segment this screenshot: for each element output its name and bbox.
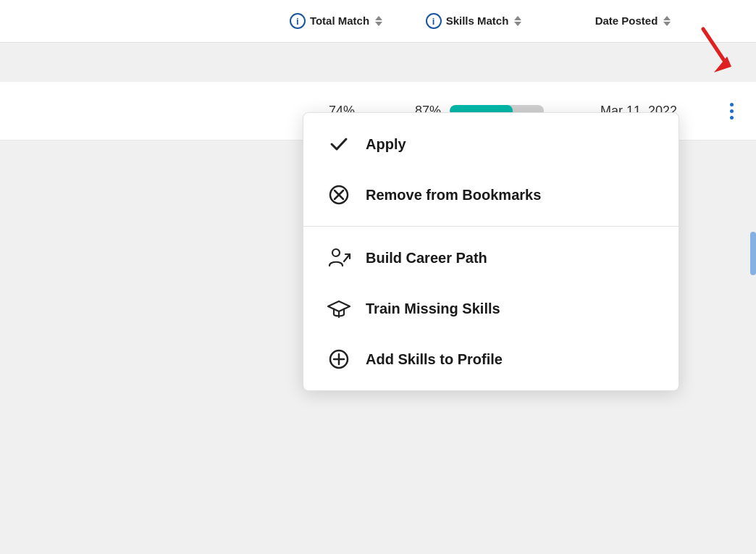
three-dots-button[interactable]: [718, 98, 744, 124]
col-header-total-match[interactable]: i Total Match: [278, 13, 394, 29]
dot-3: [730, 116, 734, 119]
svg-line-0: [703, 29, 725, 62]
sort-arrows-skills[interactable]: [514, 16, 521, 26]
red-arrow-annotation: [692, 22, 736, 83]
col-label-total: Total Match: [310, 14, 369, 28]
sort-arrow-up-skills: [514, 16, 521, 20]
scrollbar[interactable]: [750, 232, 756, 275]
checkmark-icon: [327, 132, 351, 156]
dot-2: [730, 109, 734, 113]
sort-arrow-up-date: [663, 16, 671, 20]
sort-arrow-down-skills: [514, 22, 521, 26]
col-label-skills: Skills Match: [446, 14, 509, 28]
main-container: i Total Match i Skills Match Date Posted: [0, 0, 756, 554]
circle-x-icon: [327, 182, 351, 207]
dropdown-menu: Apply Remove from Bookmarks: [303, 112, 679, 391]
sort-arrow-down-total: [375, 22, 382, 26]
header-row: i Total Match i Skills Match Date Posted: [0, 0, 756, 43]
menu-section-top: Apply Remove from Bookmarks: [303, 113, 679, 227]
train-skills-label: Train Missing Skills: [366, 301, 500, 317]
menu-item-apply[interactable]: Apply: [303, 119, 679, 169]
svg-marker-7: [328, 301, 350, 311]
sort-arrows-date[interactable]: [663, 16, 671, 26]
menu-item-train-skills[interactable]: Train Missing Skills: [303, 283, 679, 334]
info-icon-skills[interactable]: i: [426, 13, 442, 29]
sort-arrow-down-date: [663, 22, 671, 26]
remove-bookmark-label: Remove from Bookmarks: [366, 187, 541, 203]
info-icon-total[interactable]: i: [290, 13, 306, 29]
menu-item-add-skills[interactable]: Add Skills to Profile: [303, 334, 679, 385]
apply-label: Apply: [366, 136, 406, 153]
dot-1: [730, 103, 734, 106]
menu-item-build-career[interactable]: Build Career Path: [303, 232, 679, 283]
col-label-date: Date Posted: [595, 14, 658, 28]
sort-arrows-total[interactable]: [375, 16, 382, 26]
menu-section-bottom: Build Career Path Train Missing Skills: [303, 227, 679, 390]
build-career-label: Build Career Path: [366, 250, 487, 266]
sort-arrow-up-total: [375, 16, 382, 20]
svg-point-5: [332, 249, 340, 256]
circle-plus-icon: [327, 347, 351, 372]
career-path-icon: [327, 245, 351, 270]
graduation-icon: [327, 296, 351, 321]
add-skills-label: Add Skills to Profile: [366, 351, 503, 368]
col-header-date-posted[interactable]: Date Posted: [553, 14, 713, 28]
col-header-skills-match[interactable]: i Skills Match: [394, 13, 553, 29]
menu-item-remove-bookmark[interactable]: Remove from Bookmarks: [303, 169, 679, 220]
svg-line-6: [344, 254, 350, 261]
